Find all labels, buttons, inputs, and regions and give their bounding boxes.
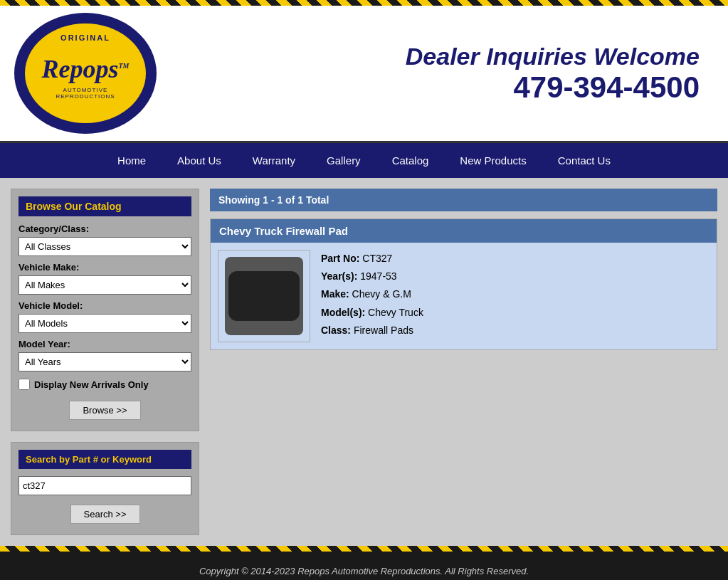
category-select[interactable]: All Classes xyxy=(19,237,191,256)
product-image xyxy=(218,250,310,342)
browse-catalog-box: Browse Our Catalog Category/Class: All C… xyxy=(11,189,199,431)
part-no-row: Part No: CT327 xyxy=(321,250,423,268)
product-details: Part No: CT327 Year(s): 1947-53 Make: Ch… xyxy=(321,250,423,342)
model-value: Chevy Truck xyxy=(368,307,423,318)
phone-number: 479-394-4500 xyxy=(171,70,700,105)
nav-home[interactable]: Home xyxy=(102,143,162,178)
product-img-shape xyxy=(228,271,300,321)
main-content: Showing 1 - 1 of 1 Total Chevy Truck Fir… xyxy=(210,189,717,535)
logo-repops-text: RepopsTM xyxy=(42,54,130,84)
new-arrivals-label: Display New Arrivals Only xyxy=(34,379,149,390)
years-row: Year(s): 1947-53 xyxy=(321,268,423,285)
class-label-detail: Class: xyxy=(321,325,351,336)
results-summary: Showing 1 - 1 of 1 Total xyxy=(210,189,717,211)
dealer-line: Dealer Inquiries Welcome xyxy=(171,43,700,70)
search-input[interactable] xyxy=(19,476,191,495)
product-card: Chevy Truck Firewall Pad Part No: CT327 xyxy=(210,218,717,350)
search-box: Search by Part # or Keyword Search >> xyxy=(11,442,199,535)
logo-inner: ORIGINAL RepopsTM AUTOMOTIVE REPRODUCTIO… xyxy=(25,23,146,123)
class-row: Class: Firewall Pads xyxy=(321,322,423,339)
yellow-stripe-top xyxy=(0,0,728,6)
new-arrivals-checkbox[interactable] xyxy=(19,379,30,390)
year-select[interactable]: All Years xyxy=(19,352,191,371)
make-select[interactable]: All Makes xyxy=(19,275,191,295)
browse-catalog-title: Browse Our Catalog xyxy=(19,196,191,216)
model-label-detail: Model(s): xyxy=(321,307,365,318)
logo-sub-text: AUTOMOTIVE REPRODUCTIONS xyxy=(56,87,115,100)
product-title: Chevy Truck Firewall Pad xyxy=(211,219,717,243)
years-label: Year(s): xyxy=(321,270,357,282)
product-body: Part No: CT327 Year(s): 1947-53 Make: Ch… xyxy=(211,243,717,349)
product-image-inner xyxy=(225,257,303,335)
nav-new-products[interactable]: New Products xyxy=(444,143,542,178)
nav-catalog[interactable]: Catalog xyxy=(376,143,445,178)
page-wrapper: ORIGINAL RepopsTM AUTOMOTIVE REPRODUCTIO… xyxy=(0,0,728,580)
header-title: Dealer Inquiries Welcome 479-394-4500 xyxy=(171,43,714,105)
browse-button[interactable]: Browse >> xyxy=(69,401,140,420)
search-title: Search by Part # or Keyword xyxy=(19,450,191,469)
make-value: Chevy & G.M xyxy=(352,288,411,300)
class-value: Firewall Pads xyxy=(354,325,413,336)
nav-contact[interactable]: Contact Us xyxy=(542,143,626,178)
make-row: Make: Chevy & G.M xyxy=(321,285,423,303)
year-label: Model Year: xyxy=(19,339,191,349)
nav-bar: Home About Us Warranty Gallery Catalog N… xyxy=(0,143,728,178)
make-label-detail: Make: xyxy=(321,288,349,300)
make-label: Vehicle Make: xyxy=(19,262,191,273)
nav-warranty[interactable]: Warranty xyxy=(237,143,311,178)
logo-outer: ORIGINAL RepopsTM AUTOMOTIVE REPRODUCTIO… xyxy=(14,13,157,134)
yellow-stripe-bottom xyxy=(0,546,728,552)
new-arrivals-row: Display New Arrivals Only xyxy=(19,379,191,390)
search-button[interactable]: Search >> xyxy=(70,505,140,524)
years-value: 1947-53 xyxy=(360,270,396,282)
model-row: Model(s): Chevy Truck xyxy=(321,304,423,322)
content-area: Browse Our Catalog Category/Class: All C… xyxy=(0,178,728,546)
part-no-value: CT327 xyxy=(362,253,392,264)
model-label: Vehicle Model: xyxy=(19,300,191,311)
sidebar: Browse Our Catalog Category/Class: All C… xyxy=(11,189,199,535)
copyright-text: Copyright © 2014-2023 Repops Automotive … xyxy=(199,566,529,576)
logo-original-text: ORIGINAL xyxy=(60,33,110,42)
nav-about[interactable]: About Us xyxy=(162,143,237,178)
model-select[interactable]: All Models xyxy=(19,314,191,333)
logo-area: ORIGINAL RepopsTM AUTOMOTIVE REPRODUCTIO… xyxy=(14,13,171,134)
footer: Copyright © 2014-2023 Repops Automotive … xyxy=(0,552,728,580)
category-label: Category/Class: xyxy=(19,223,191,234)
part-no-label: Part No: xyxy=(321,253,359,264)
nav-gallery[interactable]: Gallery xyxy=(311,143,376,178)
header: ORIGINAL RepopsTM AUTOMOTIVE REPRODUCTIO… xyxy=(0,6,728,143)
